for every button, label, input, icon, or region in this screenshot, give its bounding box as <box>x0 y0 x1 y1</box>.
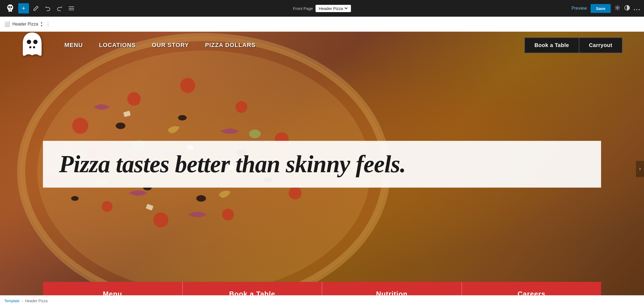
settings-button[interactable] <box>614 5 620 12</box>
nav-links: MENU LOCATIONS OUR STORY PIZZA DOLLARS <box>64 42 524 49</box>
undo-button[interactable] <box>43 3 53 13</box>
svg-rect-2 <box>10 10 12 12</box>
edit-icon-button[interactable] <box>31 3 41 13</box>
sub-toolbar: ⬜ Header Pizza ▲ ▼ ⋮ <box>0 17 644 32</box>
add-block-button[interactable]: + <box>18 3 29 13</box>
nav-locations-item[interactable]: LOCATIONS <box>99 42 136 49</box>
toolbar-center: Front Page Header Pizza <box>293 5 351 12</box>
svg-rect-1 <box>9 10 10 12</box>
svg-point-45 <box>29 46 31 48</box>
redo-button[interactable] <box>55 3 64 13</box>
svg-point-4 <box>10 6 12 8</box>
scroll-handle-right[interactable]: › <box>636 161 644 177</box>
up-down-nav[interactable]: ▲ ▼ <box>40 21 43 27</box>
site-navigation: MENU LOCATIONS OUR STORY PIZZA DOLLARS B… <box>0 32 644 59</box>
site-logo[interactable] <box>21 32 43 59</box>
breadcrumb-template-link[interactable]: Template <box>4 299 20 303</box>
nav-cta-buttons: Book a Table Carryout <box>524 37 623 53</box>
svg-point-3 <box>8 6 10 8</box>
page-label: Front Page <box>293 6 313 11</box>
svg-point-44 <box>33 40 38 44</box>
template-pill[interactable]: Header Pizza <box>316 5 351 12</box>
canvas-area: MENU LOCATIONS OUR STORY PIZZA DOLLARS B… <box>0 32 644 306</box>
more-options-button[interactable] <box>634 5 640 12</box>
breadcrumb-current: Header Pizza <box>25 299 47 303</box>
svg-rect-5 <box>10 9 11 9</box>
down-arrow: ▼ <box>40 24 43 27</box>
svg-point-46 <box>33 46 35 48</box>
nav-menu-item[interactable]: MENU <box>64 42 83 49</box>
svg-point-43 <box>27 40 31 44</box>
template-pill-label: Header Pizza <box>319 6 343 11</box>
nav-story-item[interactable]: OUR STORY <box>152 42 189 49</box>
svg-point-13 <box>639 9 640 10</box>
carryout-nav-button[interactable]: Carryout <box>579 37 623 53</box>
book-table-nav-button[interactable]: Book a Table <box>524 37 579 53</box>
app-logo <box>4 2 16 14</box>
svg-point-9 <box>617 7 618 9</box>
list-view-button[interactable] <box>67 3 76 13</box>
template-nav: ⬜ Header Pizza ▲ ▼ <box>4 21 43 27</box>
svg-point-11 <box>634 9 635 10</box>
save-button[interactable]: Save <box>591 4 611 13</box>
hero-headline: Pizza tastes better than skinny feels. <box>59 152 585 177</box>
template-options-button[interactable]: ⋮ <box>46 21 50 27</box>
sub-toolbar-template-label: Header Pizza <box>12 22 38 27</box>
template-nav-icon: ⬜ <box>4 21 10 27</box>
status-bar: Template › Header Pizza <box>0 295 644 306</box>
svg-point-0 <box>7 5 13 10</box>
up-arrow: ▲ <box>40 21 43 24</box>
preview-button[interactable]: Preview <box>572 6 587 11</box>
hero-text-container: Pizza tastes better than skinny feels. <box>43 141 601 188</box>
breadcrumb: Template › Header Pizza <box>4 299 47 303</box>
nav-dollars-item[interactable]: PIZZA DOLLARS <box>205 42 255 49</box>
svg-point-12 <box>636 9 637 10</box>
toolbar-right: Preview Save <box>572 4 640 13</box>
contrast-button[interactable] <box>624 5 630 12</box>
breadcrumb-separator: › <box>22 299 23 303</box>
top-toolbar: + Front Page Header Pizza <box>0 0 644 17</box>
